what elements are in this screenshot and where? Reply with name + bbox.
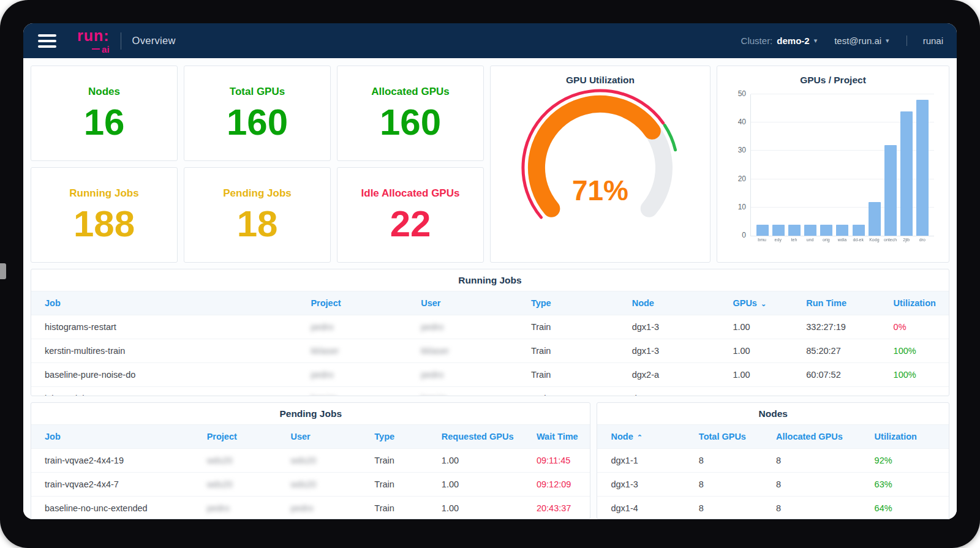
stat-label: Allocated GPUs	[371, 86, 450, 98]
table-cell: Train	[361, 473, 428, 497]
column-header-run-time[interactable]: Run Time	[793, 291, 880, 315]
bar	[820, 225, 832, 236]
bottom-panels: Pending Jobs JobProjectUserTypeRequested…	[31, 402, 949, 519]
sort-down-icon[interactable]: ⌄	[761, 300, 766, 307]
column-header-gpus[interactable]: GPUs⌄	[719, 291, 793, 315]
panel-title: Nodes	[597, 403, 949, 424]
x-axis-tick-label: und	[802, 238, 818, 242]
app-window: run: ai Overview Cluster: demo-2 ▾ test@…	[23, 23, 957, 519]
stat-card-pending-jobs: Pending Jobs 18	[184, 167, 331, 263]
table-cell: 332:27:19	[793, 315, 880, 339]
table-cell: dgx1-3	[619, 339, 720, 363]
column-header-project[interactable]: Project	[194, 425, 277, 449]
nodes-panel: Nodes Node⌃Total GPUsAllocated GPUsUtili…	[597, 402, 949, 519]
table-row[interactable]: train-vqvae2-4x4-7wds20wds20Train1.0009:…	[31, 473, 590, 497]
table-cell: 09:12:09	[523, 473, 590, 497]
table-cell: dgx2-a	[619, 363, 720, 387]
y-axis-tick-label: 0	[729, 231, 746, 239]
column-header-total-gpus[interactable]: Total GPUs	[685, 425, 763, 449]
runai-logo: run: ai	[77, 28, 110, 54]
x-axis-tick-label: orig	[818, 238, 834, 242]
stat-card-total-gpus: Total GPUs 160	[184, 66, 331, 161]
table-cell: pedro	[407, 315, 518, 339]
table-cell: 1.00	[428, 449, 523, 473]
table-cell: pedro	[277, 497, 361, 520]
gpus-per-project-chart: 01020304050	[750, 94, 934, 236]
table-cell: wds20	[194, 473, 277, 497]
stat-label: Pending Jobs	[223, 187, 291, 200]
panel-title: Running Jobs	[31, 269, 949, 291]
y-axis-tick-label: 50	[729, 89, 746, 98]
table-cell: dgx1-4	[597, 497, 685, 520]
user-email: test@run.ai	[834, 36, 881, 46]
table-cell: dgx1-3	[619, 315, 720, 339]
table-cell: wds20	[277, 473, 361, 497]
column-header-job[interactable]: Job	[31, 291, 297, 315]
logo-text-run: run:	[77, 28, 110, 43]
gauge-value-label: 71%	[572, 175, 628, 206]
table-row[interactable]: dgx1-38863%	[597, 473, 949, 497]
table-cell: pedro	[297, 315, 407, 339]
table-cell: kerstin-multires-train	[31, 339, 297, 363]
stat-value: 188	[74, 206, 135, 242]
bar	[788, 225, 801, 236]
table-row[interactable]: baseline-pure-noise-dopedropedroTraindgx…	[31, 363, 949, 387]
column-header-project[interactable]: Project	[297, 291, 407, 315]
table-cell: 85:20:27	[793, 339, 880, 363]
device-frame: run: ai Overview Cluster: demo-2 ▾ test@…	[0, 0, 980, 548]
table-header-row: JobProjectUserTypeNodeGPUs⌄Run TimeUtili…	[31, 291, 949, 315]
cluster-selector[interactable]: Cluster: demo-2 ▾	[741, 36, 818, 46]
table-cell: Train	[518, 363, 619, 387]
table-cell: kklaser	[407, 339, 518, 363]
table-cell: pedro	[194, 497, 277, 520]
column-header-user[interactable]: User	[277, 425, 361, 449]
column-header-job[interactable]: Job	[31, 425, 194, 449]
stat-card-idle-allocated-gpus: Idle Allocated GPUs 22	[337, 167, 484, 263]
y-axis-tick-label: 40	[729, 118, 746, 126]
stat-card-nodes: Nodes 16	[31, 66, 178, 161]
table-cell: baseline-pure-noise-do	[31, 363, 297, 387]
user-menu[interactable]: test@run.ai ▾	[834, 36, 889, 46]
column-header-utilization[interactable]: Utilization	[861, 425, 949, 449]
running-jobs-panel: Running Jobs JobProjectUserTypeNodeGPUs⌄…	[31, 269, 949, 396]
column-header-allocated-gpus[interactable]: Allocated GPUs	[763, 425, 861, 449]
stat-card-allocated-gpus: Allocated GPUs 160	[337, 66, 484, 161]
column-header-type[interactable]: Type	[518, 291, 619, 315]
table-cell: 1.00	[719, 339, 793, 363]
table-cell: 20:43:37	[523, 497, 590, 520]
stat-value: 160	[380, 104, 441, 141]
hamburger-menu-icon[interactable]	[37, 32, 58, 50]
bar	[869, 202, 881, 236]
table-cell: train-vqvae2-4x4-7	[31, 473, 194, 497]
column-header-requested-gpus[interactable]: Requested GPUs	[428, 425, 523, 449]
x-axis-tick-label: teh	[786, 238, 802, 242]
table-cell: 8	[685, 449, 763, 473]
x-axis-tick-label: wdla	[834, 238, 850, 242]
stat-card-running-jobs: Running Jobs 188	[31, 167, 178, 263]
table-cell: Train	[361, 497, 428, 520]
navbar-right: Cluster: demo-2 ▾ test@run.ai ▾ runai	[741, 36, 943, 46]
bar	[900, 111, 913, 236]
table-row[interactable]: histograms-restartpedropedroTraindgx1-31…	[31, 315, 949, 339]
table-cell: 1.00	[719, 363, 793, 387]
running-jobs-table: JobProjectUserTypeNodeGPUs⌄Run TimeUtili…	[31, 291, 949, 396]
column-header-user[interactable]: User	[407, 291, 518, 315]
table-cell: Train	[518, 315, 619, 339]
column-header-utilization[interactable]: Utilization	[880, 291, 949, 315]
table-row[interactable]: luis-xenial-4lgarcialgarciaTraindgx1-41.…	[31, 387, 949, 397]
table-row[interactable]: dgx1-48864%	[597, 497, 949, 520]
top-navbar: run: ai Overview Cluster: demo-2 ▾ test@…	[23, 23, 957, 58]
column-header-type[interactable]: Type	[361, 425, 428, 449]
table-cell: pedro	[407, 363, 518, 387]
column-header-node[interactable]: Node	[619, 291, 720, 315]
column-header-node[interactable]: Node⌃	[597, 425, 685, 449]
table-row[interactable]: kerstin-multires-trainkklaserkklaserTrai…	[31, 339, 949, 363]
table-row[interactable]: dgx1-18892%	[597, 449, 949, 473]
x-axis-tick-label: Kodg	[866, 238, 882, 242]
table-row[interactable]: train-vqvae2-4x4-19wds20wds20Train1.0009…	[31, 449, 590, 473]
table-cell: Train	[518, 387, 619, 397]
sort-up-icon[interactable]: ⌃	[637, 434, 643, 441]
table-row[interactable]: baseline-no-unc-extendedpedropedroTrain1…	[31, 497, 590, 520]
table-cell: 92%	[861, 449, 949, 473]
column-header-wait-time[interactable]: Wait Time	[523, 425, 590, 449]
